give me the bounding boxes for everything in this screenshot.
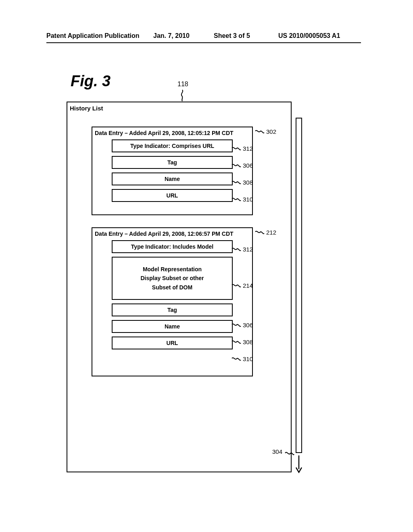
- ref-312-b: 312: [243, 246, 253, 253]
- squiggle-icon: [232, 163, 241, 169]
- entry2-url: URL: [112, 337, 233, 349]
- scrollbar-down-arrow-icon[interactable]: [295, 455, 303, 473]
- data-entry-2: Data Entry – Added April 29, 2008, 12:06…: [92, 227, 253, 376]
- panel-title: History List: [70, 105, 103, 112]
- squiggle-icon: [285, 451, 294, 457]
- ref-214: 214: [243, 282, 253, 289]
- header-rule: [46, 42, 361, 43]
- entry1-header: Data Entry – Added April 29, 2008, 12:05…: [92, 127, 252, 139]
- squiggle-icon: [232, 180, 241, 186]
- header-date: Jan. 7, 2010: [153, 32, 190, 39]
- entry2-model-line3: Subset of DOM: [116, 283, 229, 292]
- history-list-panel: History List Data Entry – Added April 29…: [67, 102, 292, 472]
- entry1-tag: Tag: [112, 156, 233, 169]
- header-publication: Patent Application Publication: [46, 32, 140, 39]
- leader-hook-icon: [179, 89, 186, 102]
- squiggle-icon: [232, 357, 241, 362]
- ref-306-a: 306: [243, 162, 253, 169]
- ref-308-b: 308: [243, 339, 253, 345]
- entry2-model-representation: Model Representation Display Subset or o…: [112, 257, 233, 300]
- entry1-name: Name: [112, 172, 233, 185]
- ref-306-b: 306: [243, 322, 253, 328]
- squiggle-icon: [232, 146, 241, 152]
- ref-212: 212: [266, 229, 276, 236]
- squiggle-icon: [232, 247, 241, 253]
- entry2-header: Data Entry – Added April 29, 2008, 12:06…: [92, 228, 252, 240]
- entry2-name: Name: [112, 320, 233, 333]
- ref-310-a: 310: [243, 196, 253, 203]
- entry2-model-line1: Model Representation: [116, 265, 229, 274]
- header-sheet: Sheet 3 of 5: [214, 32, 250, 39]
- ref-302: 302: [266, 128, 276, 135]
- scrollbar-track[interactable]: [296, 118, 302, 453]
- entry1-url: URL: [112, 189, 233, 202]
- ref-312-a: 312: [243, 145, 253, 152]
- data-entry-1: Data Entry – Added April 29, 2008, 12:05…: [92, 127, 253, 215]
- squiggle-icon: [255, 129, 265, 135]
- ref-label-118: 118: [177, 81, 188, 88]
- entry2-type-indicator: Type Indicator: Includes Model: [112, 240, 233, 253]
- entry1-type-indicator: Type Indicator: Comprises URL: [112, 139, 233, 152]
- squiggle-icon: [232, 197, 241, 203]
- ref-310-b: 310: [243, 355, 253, 362]
- page-root: Patent Application Publication Jan. 7, 2…: [0, 0, 413, 532]
- squiggle-icon: [255, 230, 265, 236]
- squiggle-icon: [232, 323, 241, 328]
- entry2-model-line2: Display Subset or other: [116, 274, 229, 283]
- header-pubno: US 2010/0005053 A1: [278, 32, 340, 39]
- squiggle-icon: [232, 340, 241, 345]
- ref-304: 304: [272, 448, 282, 455]
- squiggle-icon: [232, 283, 241, 289]
- ref-308-a: 308: [243, 179, 253, 186]
- figure-title: Fig. 3: [71, 73, 111, 90]
- entry2-tag: Tag: [112, 303, 233, 316]
